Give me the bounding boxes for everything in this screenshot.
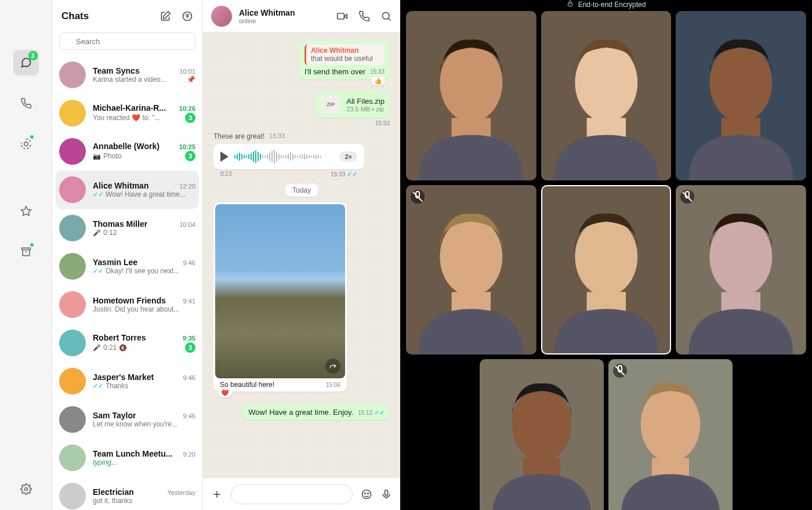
filter-icon[interactable] (182, 10, 193, 22)
archive-dot-icon (30, 243, 34, 247)
conversation-pane: Alice Whitman online Alice Whitman that … (203, 0, 400, 510)
unread-badge: 3 (185, 113, 195, 123)
attach-icon[interactable] (211, 489, 223, 500)
muted-mic-icon (613, 364, 627, 378)
chat-name: Electrician (93, 487, 134, 497)
chat-preview: Justin: Did you hear about... (93, 305, 179, 313)
rail-settings[interactable] (13, 476, 39, 502)
svg-marker-1 (21, 207, 31, 216)
call-participant-tile[interactable] (541, 11, 672, 180)
chat-list-item[interactable]: Sam Taylor9:46Let me know when you're... (52, 400, 202, 439)
svg-point-44 (512, 388, 572, 462)
play-icon[interactable] (220, 151, 229, 162)
svg-point-12 (382, 12, 389, 19)
chat-header-name: Alice Whitman (239, 8, 329, 17)
file-type-icon: ZIP (321, 95, 340, 114)
chat-time: 10:25 (179, 143, 195, 150)
chat-list-item[interactable]: Michael-Karina-R...10:26You reacted ❤️ t… (52, 94, 202, 132)
rail-calls[interactable] (13, 91, 39, 116)
call-panel: End-to-end Encrypted (400, 0, 812, 510)
chat-name: Team Lunch Meetu... (93, 449, 172, 458)
chat-list-item[interactable]: Alice Whitman12:20✓✓ Wow! Have a great t… (56, 171, 199, 209)
chat-list-item[interactable]: Jasper's Market9:46✓✓ Thanks (52, 362, 202, 400)
chat-list-item[interactable]: Team Lunch Meetu...9:20typing... (52, 439, 202, 477)
avatar (59, 176, 86, 203)
voice-call-icon[interactable] (358, 10, 370, 22)
chat-preview: got it, thanks (93, 497, 132, 505)
svg-point-31 (440, 218, 502, 296)
call-participant-tile[interactable] (541, 185, 672, 355)
video-call-icon[interactable] (336, 10, 348, 22)
chat-search-icon[interactable] (380, 10, 392, 22)
call-participant-tile[interactable] (676, 185, 806, 355)
avatar (59, 138, 86, 165)
emoji-icon[interactable] (361, 489, 372, 500)
chat-list-item[interactable]: Annabelle (Work)10:25📷 Photo3 (52, 132, 202, 171)
reaction-badge[interactable]: ❤️ (218, 389, 232, 397)
rail-status[interactable] (13, 131, 39, 157)
svg-line-50 (615, 366, 625, 375)
chat-preview: Let me know when you're... (93, 420, 177, 428)
avatar[interactable] (211, 6, 232, 27)
chat-name: Robert Torres (93, 333, 146, 342)
chat-time: 9:46 (183, 259, 195, 266)
chat-preview: Karina started a video... (93, 75, 166, 84)
avatar (59, 215, 86, 241)
call-participant-tile[interactable] (480, 359, 604, 510)
chat-time: 9:46 (183, 413, 195, 419)
avatar (59, 368, 86, 395)
mic-icon[interactable] (380, 489, 392, 500)
message-out-text[interactable]: Wow! Have a great time. Enjoy. 15:12 ✓✓ (243, 404, 390, 420)
rail-starred[interactable] (13, 198, 39, 224)
chat-time: 12:20 (179, 183, 195, 190)
chat-name: Yasmin Lee (93, 258, 137, 267)
search-input[interactable] (59, 32, 195, 50)
status-ring-icon (20, 138, 32, 150)
chat-list-item[interactable]: Team Syncs10:01Karina started a video...… (52, 56, 202, 94)
voice-message[interactable]: 2× (213, 144, 364, 169)
compose-icon[interactable] (160, 10, 171, 22)
call-participant-tile[interactable] (676, 11, 806, 180)
chat-list-item[interactable]: Thomas Miller10:04🎤 0:12 (52, 209, 202, 247)
svg-point-25 (575, 44, 637, 122)
day-separator: Today (285, 184, 318, 197)
svg-rect-19 (385, 490, 388, 495)
message-out-file[interactable]: ZIP All Files.zip 23.5 MB • zip (316, 91, 390, 118)
message-in-photo[interactable]: So beautiful here! 15:06 ❤️ (213, 202, 347, 392)
reaction-badge[interactable]: 👍 (371, 77, 385, 85)
chat-time: Yesterday (167, 489, 195, 496)
svg-point-3 (24, 488, 27, 491)
avatar (59, 406, 86, 433)
call-participant-tile[interactable] (608, 359, 733, 510)
message-input[interactable] (231, 484, 353, 504)
chat-time: 9:41 (183, 298, 195, 305)
avatar (59, 330, 86, 356)
svg-point-47 (641, 388, 701, 462)
chat-time: 10:01 (179, 68, 195, 75)
svg-rect-10 (338, 13, 345, 19)
rail-archive[interactable] (13, 239, 39, 265)
call-participant-tile[interactable] (406, 185, 536, 355)
waveform-icon[interactable] (234, 150, 334, 164)
message-out-reply[interactable]: Alice Whitman that would be useful I'll … (299, 41, 390, 79)
chat-name: Michael-Karina-R... (93, 103, 166, 113)
svg-point-17 (365, 493, 366, 494)
avatar (59, 62, 86, 88)
pin-icon: 📌 (187, 75, 195, 84)
svg-point-28 (710, 44, 773, 122)
chat-list-item[interactable]: ElectricianYesterdaygot it, thanks (52, 477, 202, 510)
call-participant-tile[interactable] (406, 11, 536, 180)
forward-icon[interactable] (325, 359, 340, 374)
message-time: 15:33 (375, 120, 390, 126)
chat-list-pane: Chats Team Syncs10:01Karina started a vi… (52, 0, 203, 510)
chat-name: Hometown Friends (93, 296, 166, 305)
playback-speed[interactable]: 2× (339, 151, 357, 162)
rail-chats[interactable]: 3 (13, 50, 39, 75)
chat-list-item[interactable]: Robert Torres9:35🎤 0:21🔇3 (52, 324, 202, 362)
archive-icon (20, 246, 32, 258)
svg-point-39 (710, 218, 773, 296)
chat-list-item[interactable]: Hometown Friends9:41Justin: Did you hear… (52, 285, 202, 324)
chat-list-item[interactable]: Yasmin Lee9:46✓✓ Okay! I'll see you next… (52, 247, 202, 285)
svg-line-42 (683, 192, 692, 201)
photo-thumbnail[interactable] (215, 204, 345, 378)
